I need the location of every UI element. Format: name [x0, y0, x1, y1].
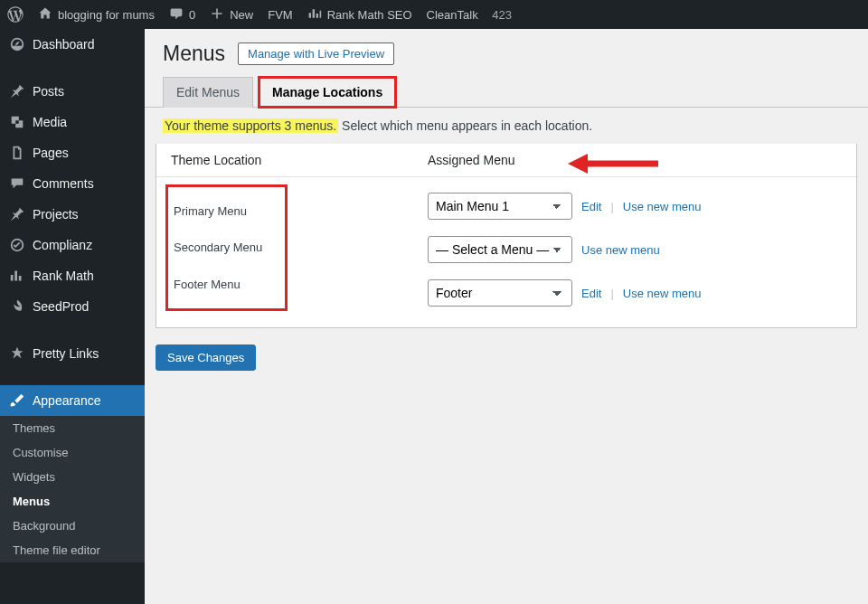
sidebar-item-media[interactable]: Media — [0, 107, 145, 137]
theme-support-notice: Your theme supports 3 menus. Select whic… — [145, 108, 868, 144]
notice-rest: Select which menu appears in each locati… — [338, 118, 592, 133]
notice-highlight: Your theme supports 3 menus. — [163, 118, 338, 133]
select-secondary-menu[interactable]: — Select a Menu — — [428, 236, 572, 263]
comment-count: 0 — [189, 8, 195, 22]
new-content-link[interactable]: New — [203, 0, 260, 29]
edit-link-footer[interactable]: Edit — [581, 287, 601, 300]
page-icon — [9, 145, 25, 161]
comment-icon — [169, 6, 184, 24]
annotation-red-box: Primary Menu Secondary Menu Footer Menu — [165, 184, 288, 311]
sidebar-item-label: Posts — [33, 84, 64, 99]
new-link-footer[interactable]: Use new menu — [623, 287, 702, 300]
leaf-icon — [9, 298, 25, 315]
sidebar-item-label: Dashboard — [33, 37, 95, 52]
comment-icon — [9, 175, 25, 192]
cleantalk-link[interactable]: CleanTalk 423 — [420, 0, 519, 29]
sidebar-item-appearance[interactable]: Appearance — [0, 385, 145, 416]
sidebar-item-label: Appearance — [33, 393, 101, 408]
sidebar-item-dashboard[interactable]: Dashboard — [0, 29, 145, 60]
sidebar-item-label: Comments — [33, 176, 94, 191]
site-name-label: blogging for mums — [58, 8, 155, 22]
media-icon — [9, 114, 25, 130]
admin-sidebar: Dashboard Posts Media Pages Comments Pro… — [0, 29, 145, 604]
fvm-label: FVM — [268, 8, 292, 22]
graph-icon — [9, 268, 25, 284]
sidebar-item-label: Pretty Links — [33, 346, 99, 361]
submenu-theme-file-editor[interactable]: Theme file editor — [0, 538, 145, 562]
sidebar-item-pages[interactable]: Pages — [0, 137, 145, 168]
appearance-submenu: Themes Customise Widgets Menus Backgroun… — [0, 416, 145, 562]
sidebar-item-posts[interactable]: Posts — [0, 76, 145, 107]
page-title: Menus — [163, 42, 225, 66]
locations-table: Theme Location Assigned Menu Primary Men… — [156, 144, 857, 328]
submenu-widgets[interactable]: Widgets — [0, 465, 145, 489]
submenu-customise[interactable]: Customise — [0, 440, 145, 465]
circle-icon — [9, 237, 25, 253]
fvm-link[interactable]: FVM — [260, 0, 299, 29]
sidebar-item-label: Pages — [33, 146, 69, 160]
admin-topbar: blogging for mums 0 New FVM Rank Math SE… — [0, 0, 868, 29]
pin-icon — [9, 206, 25, 222]
select-primary-menu[interactable]: Main Menu 1 — [428, 193, 572, 220]
star-icon — [9, 345, 25, 362]
sidebar-item-label: Rank Math — [33, 269, 94, 283]
tab-edit-menus[interactable]: Edit Menus — [163, 77, 253, 108]
tabs: Edit Menus Manage Locations — [145, 77, 868, 108]
comments-link[interactable]: 0 — [162, 0, 203, 29]
sidebar-item-complianz[interactable]: Complianz — [0, 230, 145, 260]
sidebar-item-comments[interactable]: Comments — [0, 168, 145, 199]
col-theme-location: Theme Location — [165, 153, 428, 167]
rankmath-link[interactable]: Rank Math SEO — [300, 0, 420, 29]
dashboard-icon — [9, 36, 25, 52]
submenu-background[interactable]: Background — [0, 514, 145, 538]
sidebar-item-label: Media — [33, 115, 67, 129]
col-assigned-menu: Assigned Menu — [428, 153, 847, 167]
select-footer-menu[interactable]: Footer — [428, 279, 572, 307]
brush-icon — [9, 392, 25, 409]
location-primary: Primary Menu — [174, 204, 279, 218]
new-link-secondary[interactable]: Use new menu — [581, 243, 660, 257]
sidebar-item-label: Projects — [33, 207, 79, 222]
location-footer: Footer Menu — [174, 278, 279, 291]
home-icon — [38, 6, 52, 24]
submenu-menus[interactable]: Menus — [0, 489, 145, 514]
save-changes-button[interactable]: Save Changes — [156, 344, 256, 371]
sidebar-item-projects[interactable]: Projects — [0, 199, 145, 230]
rankmath-label: Rank Math SEO — [327, 8, 412, 22]
graph-icon — [307, 6, 322, 24]
sidebar-item-label: Complianz — [33, 238, 92, 252]
new-label: New — [230, 8, 253, 22]
edit-link-primary[interactable]: Edit — [581, 200, 601, 213]
wp-logo-icon[interactable] — [0, 0, 31, 29]
sidebar-item-label: SeedProd — [33, 299, 89, 314]
tab-manage-locations[interactable]: Manage Locations — [259, 77, 396, 108]
sidebar-item-rankmath[interactable]: Rank Math — [0, 260, 145, 291]
sidebar-item-prettylinks[interactable]: Pretty Links — [0, 338, 145, 369]
site-name-link[interactable]: blogging for mums — [31, 0, 162, 29]
sidebar-item-seedprod[interactable]: SeedProd — [0, 291, 145, 322]
pin-icon — [9, 83, 25, 99]
plus-icon — [210, 6, 224, 24]
live-preview-button[interactable]: Manage with Live Preview — [238, 42, 394, 65]
submenu-themes[interactable]: Themes — [0, 416, 145, 440]
new-link-primary[interactable]: Use new menu — [623, 200, 702, 213]
content-area: Menus Manage with Live Preview Edit Menu… — [145, 29, 868, 604]
location-secondary: Secondary Menu — [174, 241, 279, 254]
cleantalk-count: 423 — [492, 8, 512, 22]
cleantalk-label: CleanTalk — [427, 8, 478, 22]
